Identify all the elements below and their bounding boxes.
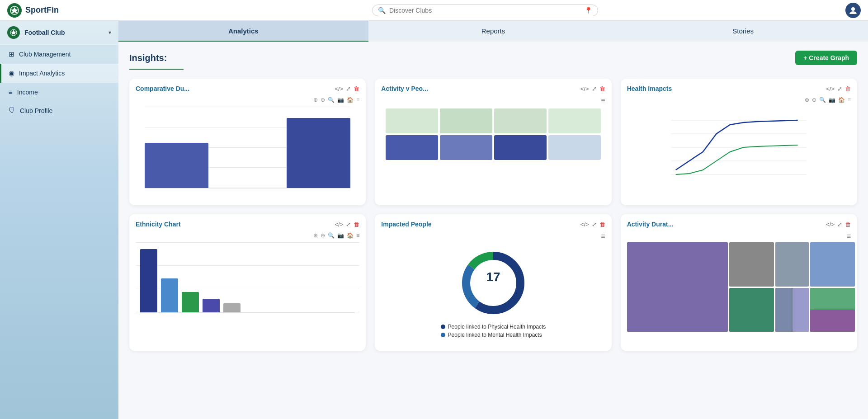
logo-area: SportFin [7,3,125,18]
sidebar-item-impact-analytics[interactable]: ◉ Impact Analytics [0,64,118,83]
chart-toolbar: ⊕ ⊖ 🔍 📷 🏠 ≡ [136,97,359,103]
chart-actions: </> ⤢ 🗑 [580,85,605,92]
zoom-rect-icon[interactable]: 🔍 [328,97,335,103]
sidebar-item-label: Club Management [19,51,71,58]
search-area: 🔍 📍 [125,5,845,16]
chart-card-health-impacts: Health Imapcts </> ⤢ 🗑 ⊕ ⊖ 🔍 📷 🏠 ≡ [621,79,857,205]
grid-icon: ⊞ [9,50,14,58]
create-graph-button[interactable]: + Create Graph [795,51,857,65]
menu-icon[interactable]: ≡ [356,232,359,239]
charts-grid: Comparative Du... </> ⤢ 🗑 ⊕ ⊖ 🔍 📷 🏠 ≡ [129,79,857,351]
chart-header: Ethnicity Chart </> ⤢ 🗑 [136,221,359,228]
expand-icon[interactable]: ⤢ [592,221,597,228]
menu-icon[interactable]: ≡ [601,97,605,105]
chart-header: Impacted People </> ⤢ 🗑 [381,221,605,228]
sidebar-club[interactable]: Football Club ▾ [0,21,118,45]
sidebar-club-name: Football Club [24,29,104,36]
donut-chart-svg: 17 [457,247,529,319]
menu-icon[interactable]: ≡ [601,232,605,240]
chart-actions: </> ⤢ 🗑 [335,85,360,92]
logo-icon [7,3,22,18]
treemap-container [627,242,851,330]
legend-label-physical: People linked to Physical Health Impacts [448,324,546,330]
code-icon[interactable]: </> [335,85,344,92]
chart-actions: </> ⤢ 🗑 [826,85,851,92]
sidebar-item-income[interactable]: ≡ Income [0,83,118,101]
tab-reports[interactable]: Reports [368,21,618,42]
menu-icon[interactable]: ≡ [356,97,359,103]
sidebar: Football Club ▾ ⊞ Club Management ◉ Impa… [0,21,118,419]
zoom-out-icon[interactable]: ⊖ [812,97,816,103]
zoom-in-icon[interactable]: ⊕ [805,97,809,103]
zoom-rect-icon[interactable]: 🔍 [328,232,335,239]
delete-icon[interactable]: 🗑 [845,221,851,228]
chevron-down-icon: ▾ [108,29,111,36]
code-icon[interactable]: </> [580,85,589,92]
tab-stories[interactable]: Stories [618,21,868,42]
search-bar: 🔍 📍 [372,5,598,16]
shield-icon: ⛉ [9,107,15,114]
chart-title: Activity v Peo... [381,85,428,92]
camera-icon[interactable]: 📷 [337,97,344,103]
legend-item-physical: People linked to Physical Health Impacts [441,324,546,330]
chart-card-activity-durat: Activity Durat... </> ⤢ 🗑 ≡ [621,214,857,351]
delete-icon[interactable]: 🗑 [354,85,359,92]
home-icon[interactable]: 🏠 [347,97,354,103]
zoom-out-icon[interactable]: ⊖ [321,97,325,103]
legend-dot-mental [441,333,445,337]
expand-icon[interactable]: ⤢ [837,85,842,92]
search-input[interactable] [389,7,581,14]
chart-title: Health Imapcts [627,85,672,92]
chart-actions: </> ⤢ 🗑 [826,221,851,228]
legend-label-mental: People linked to Mental Health Impacts [448,332,542,338]
zoom-rect-icon[interactable]: 🔍 [819,97,826,103]
expand-icon[interactable]: ⤢ [592,85,597,92]
delete-icon[interactable]: 🗑 [354,221,359,228]
chart-header: Activity v Peo... </> ⤢ 🗑 [381,85,605,92]
sidebar-item-label: Club Profile [20,107,52,114]
sidebar-item-club-management[interactable]: ⊞ Club Management [0,45,118,64]
zoom-in-icon[interactable]: ⊕ [313,232,318,239]
delete-icon[interactable]: 🗑 [845,85,851,92]
camera-icon[interactable]: 📷 [337,232,344,239]
camera-icon[interactable]: 📷 [829,97,835,103]
code-icon[interactable]: </> [335,221,344,228]
insights-header: Insights: + Create Graph [129,51,857,65]
heatmap-chart [381,108,605,160]
menu-icon[interactable]: ≡ [847,232,851,240]
expand-icon[interactable]: ⤢ [346,85,351,92]
code-icon[interactable]: </> [826,221,835,228]
sidebar-item-club-profile[interactable]: ⛉ Club Profile [0,101,118,120]
zoom-in-icon[interactable]: ⊕ [313,97,318,103]
avatar[interactable] [845,3,861,18]
sidebar-item-label: Impact Analytics [19,70,65,77]
expand-icon[interactable]: ⤢ [837,221,842,228]
svg-text:17: 17 [486,270,500,284]
legend-dot-physical [441,325,445,329]
code-icon[interactable]: </> [580,221,589,228]
expand-icon[interactable]: ⤢ [346,221,351,228]
main-tabs: Analytics Reports Stories [118,21,868,42]
bar-chart-comparative [136,107,359,188]
svg-point-1 [851,7,855,11]
chart-card-ethnicity-chart: Ethnicity Chart </> ⤢ 🗑 ⊕ ⊖ 🔍 📷 🏠 ≡ [129,214,366,351]
chart-title: Activity Durat... [627,221,674,228]
home-icon[interactable]: 🏠 [838,97,845,103]
zoom-out-icon[interactable]: ⊖ [321,232,325,239]
bar-chart-ethnicity [136,242,359,312]
donut-legend: People linked to Physical Health Impacts… [441,324,546,340]
app-name: SportFin [25,5,59,15]
tab-analytics[interactable]: Analytics [118,21,368,42]
delete-icon[interactable]: 🗑 [599,221,605,228]
code-icon[interactable]: </> [826,85,835,92]
delete-icon[interactable]: 🗑 [599,85,605,92]
chart-header: Activity Durat... </> ⤢ 🗑 [627,221,851,228]
chart-actions: </> ⤢ 🗑 [580,221,605,228]
chart-header: Health Imapcts </> ⤢ 🗑 [627,85,851,92]
chart-toolbar: ⊕ ⊖ 🔍 📷 🏠 ≡ [136,232,359,239]
line-chart-svg [627,107,851,184]
home-icon[interactable]: 🏠 [347,232,354,239]
chart-card-impacted-people: Impacted People </> ⤢ 🗑 ≡ [375,214,611,351]
menu-icon[interactable]: ≡ [848,97,851,103]
chart-header: Comparative Du... </> ⤢ 🗑 [136,85,359,92]
